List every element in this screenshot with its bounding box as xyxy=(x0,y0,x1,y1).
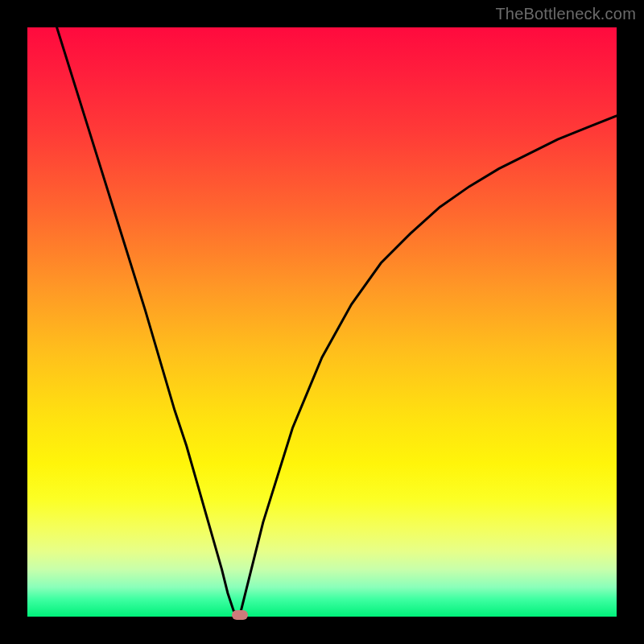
curve-path xyxy=(57,27,617,617)
plot-area xyxy=(27,27,617,617)
attribution-text: TheBottleneck.com xyxy=(495,5,636,23)
bottleneck-curve xyxy=(27,27,617,617)
chart-frame: TheBottleneck.com xyxy=(0,0,644,644)
optimum-marker xyxy=(232,610,248,620)
